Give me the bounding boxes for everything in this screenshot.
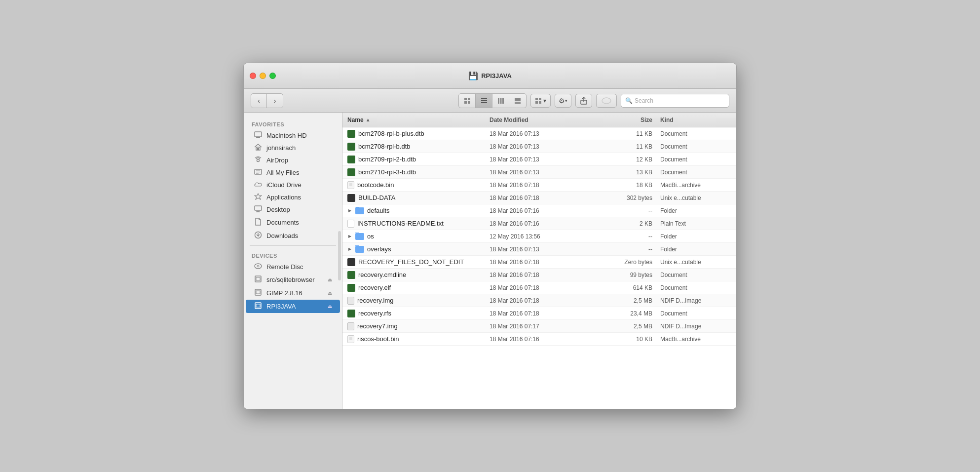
sidebar-item-macintosh-hd[interactable]: Macintosh HD xyxy=(246,129,340,142)
sidebar-item-airdrop[interactable]: AirDrop xyxy=(246,154,340,166)
devices-label: Devices xyxy=(244,249,342,261)
column-view-icon xyxy=(497,97,504,104)
share-button[interactable] xyxy=(575,94,592,108)
maximize-button[interactable] xyxy=(269,73,276,79)
file-row[interactable]: INSTRUCTIONS-README.txt 18 Mar 2016 07:1… xyxy=(342,217,736,230)
file-kind: MacBi...archive xyxy=(652,182,731,189)
svg-rect-13 xyxy=(535,98,538,100)
file-kind: Document xyxy=(652,143,731,150)
file-row[interactable]: bcm2709-rpi-2-b.dtb 18 Mar 2016 07:13 12… xyxy=(342,153,736,166)
svg-rect-12 xyxy=(515,103,521,104)
file-row[interactable]: recovery.img 18 Mar 2016 07:18 2,5 MB ND… xyxy=(342,294,736,307)
svg-rect-43 xyxy=(349,157,354,162)
file-date: 12 May 2016 13:56 xyxy=(490,233,588,240)
sidebar-item-applications[interactable]: Applications xyxy=(246,191,340,203)
forward-button[interactable]: › xyxy=(267,94,283,108)
minimize-button[interactable] xyxy=(260,73,266,79)
tag-button[interactable] xyxy=(596,94,617,108)
file-kind: Document xyxy=(652,130,731,137)
file-icon xyxy=(347,220,354,228)
column-header-kind[interactable]: Kind xyxy=(652,117,731,123)
close-button[interactable] xyxy=(250,73,256,79)
file-kind: Document xyxy=(652,310,731,317)
column-header-size[interactable]: Size xyxy=(588,117,652,123)
file-row[interactable]: BUILD-DATA 18 Mar 2016 07:18 302 bytes U… xyxy=(342,192,736,204)
file-icon xyxy=(347,335,354,343)
sidebar-item-johnsirach[interactable]: johnsirach xyxy=(246,142,340,154)
column-header-date[interactable]: Date Modified xyxy=(490,117,588,123)
sidebar-item-gimp[interactable]: GIMP 2.8.16 ⏏ xyxy=(246,286,340,300)
file-size: 23,4 MB xyxy=(588,310,652,317)
view-buttons xyxy=(458,93,527,108)
svg-rect-10 xyxy=(515,98,521,101)
file-row[interactable]: ▶ defaults 18 Mar 2016 07:16 -- Folder xyxy=(342,204,736,217)
file-name: recovery.img xyxy=(347,297,490,305)
action-chevron-icon: ▾ xyxy=(565,98,567,103)
airdrop-icon xyxy=(254,156,263,164)
sidebar-item-label: Downloads xyxy=(266,232,298,239)
eject-icon-gimp[interactable]: ⏏ xyxy=(328,290,332,296)
svg-rect-20 xyxy=(256,137,260,138)
file-row[interactable]: bootcode.bin 18 Mar 2016 07:18 18 KB Mac… xyxy=(342,179,736,192)
file-row[interactable]: recovery.elf 18 Mar 2016 07:18 614 KB Do… xyxy=(342,281,736,294)
file-row[interactable]: recovery.cmdline 18 Mar 2016 07:18 99 by… xyxy=(342,269,736,281)
folder-icon xyxy=(355,207,364,214)
sidebar-item-label: Desktop xyxy=(266,206,290,213)
arrange-button[interactable]: ▾ xyxy=(530,94,551,108)
all-files-icon xyxy=(254,168,263,177)
column-view-button[interactable] xyxy=(492,94,509,108)
action-button[interactable]: ⚙ ▾ xyxy=(555,94,571,108)
column-header-name[interactable]: Name ▲ xyxy=(347,117,490,123)
svg-rect-2 xyxy=(464,101,467,104)
window-title-icon: 💾 xyxy=(468,71,478,80)
forward-icon: › xyxy=(274,97,276,105)
file-row[interactable]: recovery7.img 18 Mar 2016 07:17 2,5 MB N… xyxy=(342,320,736,333)
sidebar-item-src-sqlitebrowser[interactable]: src/sqlitebrowser ⏏ xyxy=(246,273,340,286)
sidebar-item-all-my-files[interactable]: All My Files xyxy=(246,166,340,179)
file-row[interactable]: bcm2708-rpi-b.dtb 18 Mar 2016 07:13 11 K… xyxy=(342,140,736,153)
file-name: recovery7.img xyxy=(347,322,490,330)
sidebar-scrollbar[interactable] xyxy=(338,231,341,280)
sidebar-item-downloads[interactable]: Downloads xyxy=(246,229,340,242)
search-box[interactable]: 🔍 Search xyxy=(621,94,729,108)
sidebar-item-label: Applications xyxy=(266,194,301,201)
sidebar-item-rpi3java[interactable]: RPI3JAVA ⏏ xyxy=(246,300,340,313)
svg-rect-51 xyxy=(349,285,354,290)
cover-flow-button[interactable] xyxy=(509,94,526,108)
expand-icon[interactable]: ▶ xyxy=(347,234,352,239)
svg-rect-19 xyxy=(255,132,262,137)
back-button[interactable]: ‹ xyxy=(251,94,267,108)
eject-icon[interactable]: ⏏ xyxy=(328,277,332,282)
sidebar-item-icloud-drive[interactable]: iCloud Drive xyxy=(246,179,340,191)
file-kind: NDIF D...Image xyxy=(652,323,731,330)
file-row[interactable]: bcm2708-rpi-b-plus.dtb 18 Mar 2016 07:13… xyxy=(342,127,736,140)
file-name: bcm2709-rpi-2-b.dtb xyxy=(347,156,490,163)
file-name: BUILD-DATA xyxy=(347,194,490,202)
eject-icon-rpi3java[interactable]: ⏏ xyxy=(328,304,332,309)
file-kind: Document xyxy=(652,156,731,163)
file-row[interactable]: ▶ overlays 18 Mar 2016 07:13 -- Folder xyxy=(342,243,736,256)
sidebar-item-desktop[interactable]: Desktop xyxy=(246,203,340,216)
icon-view-button[interactable] xyxy=(459,94,476,108)
svg-rect-15 xyxy=(535,101,538,104)
sidebar-item-remote-disc[interactable]: Remote Disc xyxy=(246,261,340,273)
file-row[interactable]: bcm2710-rpi-3-b.dtb 18 Mar 2016 07:13 13… xyxy=(342,166,736,179)
file-row[interactable]: RECOVERY_FILES_DO_NOT_EDIT 18 Mar 2016 0… xyxy=(342,256,736,269)
file-row[interactable]: riscos-boot.bin 18 Mar 2016 07:16 10 KB … xyxy=(342,333,736,346)
filelist-header: Name ▲ Date Modified Size Kind xyxy=(342,113,736,127)
sidebar-item-documents[interactable]: Documents xyxy=(246,216,340,229)
file-size: 2 KB xyxy=(588,220,652,227)
list-view-button[interactable] xyxy=(476,94,492,108)
expand-icon[interactable]: ▶ xyxy=(347,208,352,213)
file-date: 18 Mar 2016 07:18 xyxy=(490,195,588,201)
file-size: -- xyxy=(588,246,652,253)
svg-rect-38 xyxy=(256,291,260,294)
file-kind: NDIF D...Image xyxy=(652,297,731,304)
svg-rect-40 xyxy=(256,304,260,307)
file-row[interactable]: recovery.rfs 18 Mar 2016 07:18 23,4 MB D… xyxy=(342,307,736,320)
sidebar-item-label: AirDrop xyxy=(266,157,288,164)
file-kind: Folder xyxy=(652,207,731,214)
expand-icon[interactable]: ▶ xyxy=(347,247,352,252)
home-icon xyxy=(254,144,263,152)
file-row[interactable]: ▶ os 12 May 2016 13:56 -- Folder xyxy=(342,230,736,243)
